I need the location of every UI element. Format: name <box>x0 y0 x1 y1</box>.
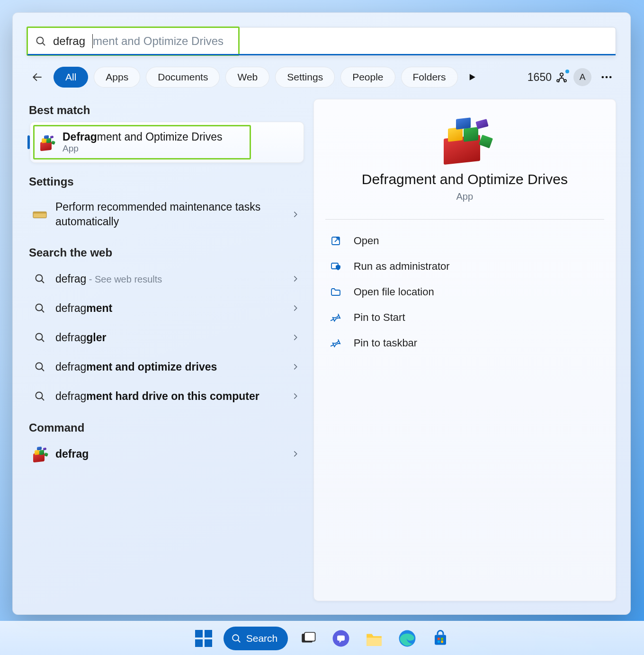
results-body: Best match Defragment and Optimize Drive… <box>13 90 630 611</box>
filter-documents[interactable]: Documents <box>146 67 220 88</box>
search-icon <box>32 329 48 345</box>
filter-label: All <box>65 71 76 83</box>
web-item-1[interactable]: defragment <box>27 293 304 323</box>
filter-label: Folders <box>413 71 446 83</box>
search-icon <box>32 388 48 404</box>
section-command: Command <box>29 421 304 434</box>
overflow-play-icon[interactable] <box>464 69 481 86</box>
web-item-pre: defrag <box>55 390 86 402</box>
svg-rect-36 <box>438 640 440 643</box>
filter-web[interactable]: Web <box>225 67 269 88</box>
folder-icon <box>329 286 342 298</box>
action-run-admin[interactable]: Run as administrator <box>325 254 604 279</box>
svg-line-17 <box>42 339 44 342</box>
action-label: Run as administrator <box>354 260 450 273</box>
taskbar: Search <box>0 621 644 655</box>
section-best-match: Best match <box>29 104 304 117</box>
best-match-text: Defragment and Optimize Drives App <box>63 131 222 154</box>
filter-all[interactable]: All <box>54 67 88 88</box>
action-label: Pin to Start <box>354 311 405 324</box>
svg-line-1 <box>43 43 45 45</box>
action-label: Open <box>354 235 379 247</box>
web-item-0[interactable]: defrag - See web results <box>27 264 304 293</box>
action-pin-taskbar[interactable]: Pin to taskbar <box>325 330 604 356</box>
points-value: 1650 <box>528 71 552 84</box>
filter-bar: All Apps Documents Web Settings People F… <box>13 58 630 90</box>
svg-rect-27 <box>304 632 315 641</box>
taskbar-search-button[interactable]: Search <box>224 627 288 650</box>
filter-label: Settings <box>287 71 323 83</box>
svg-point-18 <box>36 363 43 370</box>
svg-rect-35 <box>441 637 443 640</box>
best-subtitle: App <box>63 143 222 154</box>
filter-settings[interactable]: Settings <box>275 67 335 88</box>
more-icon[interactable] <box>597 71 616 84</box>
svg-line-25 <box>238 640 240 642</box>
search-icon <box>32 271 48 287</box>
taskbar-store[interactable] <box>427 625 454 652</box>
details-actions: Open Run as administrator Open file loca… <box>325 228 604 356</box>
taskbar-explorer[interactable] <box>361 625 387 652</box>
rewards-points[interactable]: 1650 <box>528 71 568 84</box>
best-title-rest: ment and Optimize Drives <box>97 131 223 143</box>
best-match-card[interactable]: Defragment and Optimize Drives App <box>30 122 304 163</box>
filter-apps[interactable]: Apps <box>94 67 140 88</box>
svg-point-8 <box>606 76 608 79</box>
chevron-right-icon <box>292 211 299 218</box>
results-left: Best match Defragment and Optimize Drive… <box>27 99 304 601</box>
search-input[interactable] <box>53 35 92 48</box>
action-open-location[interactable]: Open file location <box>325 279 604 305</box>
svg-point-6 <box>564 80 566 82</box>
avatar-initial: A <box>580 72 586 82</box>
settings-item-label: Perform recommended maintenance tasks au… <box>55 200 284 229</box>
details-title: Defragment and Optimize Drives <box>362 171 568 187</box>
chevron-right-icon <box>292 363 299 371</box>
admin-shield-icon <box>329 261 342 272</box>
back-button[interactable] <box>27 67 48 88</box>
web-item-3[interactable]: defragment and optimize drives <box>27 352 304 381</box>
svg-line-21 <box>42 398 44 400</box>
web-item-4[interactable]: defragment hard drive on this computer <box>27 381 304 411</box>
settings-item-maintenance[interactable]: Perform recommended maintenance tasks au… <box>27 193 304 236</box>
svg-marker-3 <box>469 74 475 80</box>
taskbar-chat[interactable] <box>328 625 354 652</box>
web-item-pre: defrag <box>55 361 86 373</box>
chevron-right-icon <box>292 450 299 458</box>
svg-point-0 <box>37 37 44 44</box>
web-item-2[interactable]: defraggler <box>27 323 304 352</box>
open-icon <box>329 235 342 247</box>
web-item-bold: ment <box>86 302 112 314</box>
svg-rect-33 <box>435 635 446 645</box>
best-title-bold: Defrag <box>63 131 97 143</box>
svg-rect-31 <box>367 637 382 646</box>
web-item-bold: gler <box>86 331 106 344</box>
taskbar-task-view[interactable] <box>295 625 321 652</box>
search-icon <box>35 35 46 47</box>
filter-label: Documents <box>158 71 208 83</box>
svg-point-9 <box>609 76 612 79</box>
taskbar-search-label: Search <box>246 633 278 644</box>
filter-folders[interactable]: Folders <box>401 67 458 88</box>
action-pin-start[interactable]: Pin to Start <box>325 305 604 330</box>
account-avatar[interactable]: A <box>573 68 591 86</box>
defrag-app-icon <box>39 134 55 150</box>
pin-icon <box>329 337 342 349</box>
details-panel: Defragment and Optimize Drives App Open … <box>313 99 616 601</box>
section-settings: Settings <box>29 175 304 188</box>
search-icon <box>32 359 48 375</box>
taskbar-edge[interactable] <box>394 625 420 652</box>
filter-label: People <box>352 71 383 83</box>
action-open[interactable]: Open <box>325 228 604 254</box>
command-item-defrag[interactable]: defrag <box>27 439 304 469</box>
start-button[interactable] <box>190 625 217 652</box>
defrag-app-icon-large <box>438 115 491 163</box>
selection-accent <box>27 135 30 149</box>
svg-line-19 <box>42 369 44 371</box>
filter-people[interactable]: People <box>340 67 395 88</box>
command-item-label: defrag <box>55 448 89 460</box>
svg-point-12 <box>36 275 43 282</box>
svg-point-4 <box>560 73 564 76</box>
search-box[interactable]: ment and Optimize Drives <box>27 27 616 55</box>
chevron-right-icon <box>292 304 299 312</box>
search-autocomplete-ghost: ment and Optimize Drives <box>93 35 224 48</box>
